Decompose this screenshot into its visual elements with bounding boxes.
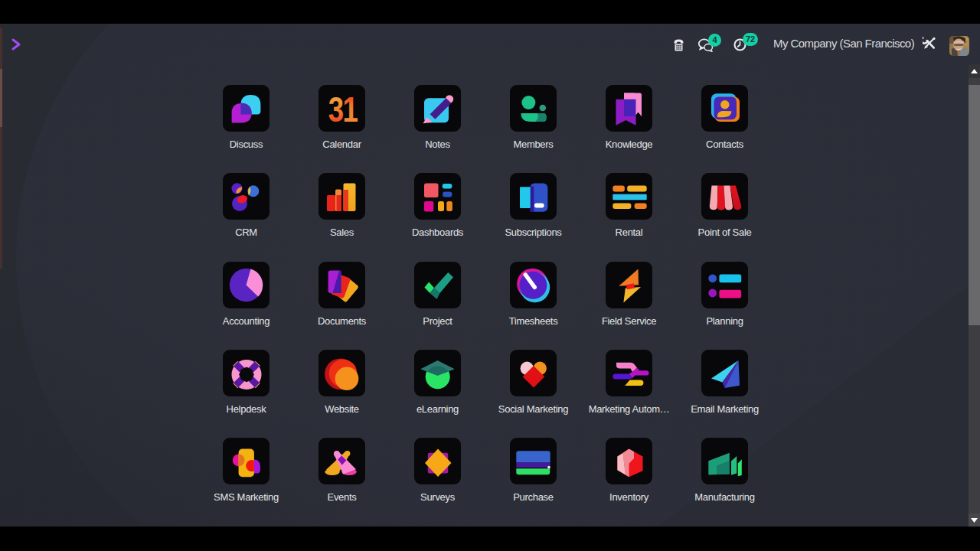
- svg-text:1: 1: [343, 90, 358, 129]
- svg-text:3: 3: [328, 90, 344, 129]
